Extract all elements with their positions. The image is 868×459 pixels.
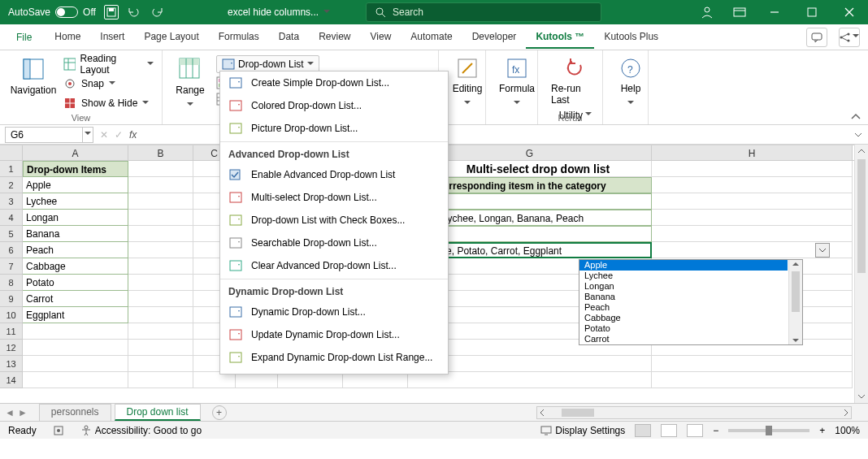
editing-button[interactable]: Editing [447, 54, 488, 113]
tab-kutools-plus[interactable]: Kutools Plus [594, 26, 668, 49]
sheet-tab[interactable]: Drop down list [115, 404, 201, 421]
cell[interactable] [652, 210, 853, 226]
collapse-ribbon-icon[interactable] [850, 113, 861, 121]
dropdown-option[interactable]: Potato [579, 323, 788, 334]
cell[interactable] [128, 323, 193, 340]
row-header[interactable]: 5 [0, 226, 23, 242]
macro-record-icon[interactable] [53, 425, 64, 436]
autosave-toggle[interactable]: AutoSave Off [8, 6, 96, 18]
menu-item[interactable]: Clear Advanced Drop-down List... [220, 254, 448, 277]
row-header[interactable]: 2 [0, 177, 23, 193]
tab-file[interactable]: File [7, 27, 41, 48]
cell[interactable]: Banana [23, 226, 128, 242]
zoom-in-button[interactable]: + [819, 425, 825, 436]
row-header[interactable]: 6 [0, 242, 23, 258]
row-header[interactable]: 8 [0, 275, 23, 291]
zoom-level[interactable]: 100% [835, 425, 860, 436]
zoom-out-button[interactable]: − [713, 425, 718, 436]
tab-page-layout[interactable]: Page Layout [134, 26, 208, 49]
display-settings-button[interactable]: Display Settings [540, 425, 625, 436]
navigation-button[interactable]: Navigation [8, 54, 59, 112]
cell[interactable] [128, 258, 193, 275]
cell[interactable] [278, 372, 343, 388]
dropdown-scrollbar[interactable] [788, 260, 802, 344]
help-button[interactable]: ? Help [611, 54, 650, 113]
cell[interactable] [236, 372, 278, 388]
show-hide-button[interactable]: Show & Hide [63, 94, 154, 112]
snap-button[interactable]: Snap [63, 75, 154, 93]
cell[interactable] [343, 372, 408, 388]
cell[interactable] [128, 210, 193, 226]
tab-data[interactable]: Data [269, 26, 309, 49]
view-normal-button[interactable] [635, 424, 651, 437]
menu-item[interactable]: Expand Dynamic Drop-down List Range... [220, 346, 448, 369]
cell[interactable] [128, 307, 193, 323]
name-box[interactable]: G6 [5, 127, 83, 143]
menu-item[interactable]: Update Dynamic Drop-down List... [220, 323, 448, 346]
enter-formula-icon[interactable]: ✓ [115, 129, 123, 141]
tab-home[interactable]: Home [45, 26, 90, 49]
cell[interactable]: Drop-down Items [23, 161, 128, 177]
sheet-nav-prev-icon[interactable]: ◄ [5, 407, 15, 418]
column-header[interactable]: B [128, 145, 193, 160]
row-header[interactable]: 9 [0, 291, 23, 307]
cell[interactable] [652, 161, 853, 177]
cell[interactable] [652, 177, 853, 193]
cell[interactable] [23, 323, 128, 340]
cell[interactable] [128, 356, 193, 372]
cell[interactable] [128, 161, 193, 177]
cell[interactable] [23, 340, 128, 356]
cell[interactable]: Potato [23, 275, 128, 291]
tab-developer[interactable]: Developer [462, 26, 527, 49]
user-icon[interactable] [691, 0, 723, 24]
tab-kutools-[interactable]: Kutools ™ [526, 26, 594, 49]
dropdown-option[interactable]: Banana [579, 292, 788, 302]
row-header[interactable]: 3 [0, 193, 23, 210]
dropdown-option[interactable]: Longan [579, 281, 788, 292]
menu-item[interactable]: Enable Advanced Drop-down List [220, 163, 448, 186]
cell[interactable] [128, 242, 193, 258]
cell[interactable]: Longan [23, 210, 128, 226]
menu-item[interactable]: Picture Drop-down List... [220, 117, 448, 140]
minimize-button[interactable] [756, 0, 793, 24]
cell[interactable] [652, 193, 853, 210]
row-header[interactable]: 4 [0, 210, 23, 226]
view-page-break-button[interactable] [687, 424, 703, 437]
row-header[interactable]: 1 [0, 161, 23, 177]
share-button[interactable] [839, 28, 860, 47]
dropdown-option[interactable]: Cabbage [579, 313, 788, 323]
maximize-button[interactable] [793, 0, 831, 24]
fx-icon[interactable]: fx [129, 129, 137, 141]
cell[interactable]: Lychee [23, 193, 128, 210]
redo-icon[interactable] [150, 5, 164, 19]
dropdown-option[interactable]: Apple [579, 260, 788, 271]
filename-area[interactable]: excel hide columns... [228, 6, 330, 19]
row-header[interactable]: 12 [0, 340, 23, 356]
search-input[interactable]: Search [366, 2, 601, 22]
cell[interactable] [193, 372, 236, 388]
row-header[interactable]: 11 [0, 323, 23, 340]
cell[interactable]: Carrot [23, 291, 128, 307]
ribbon-display-icon[interactable] [723, 0, 756, 24]
cell[interactable]: Apple [23, 177, 128, 193]
cell[interactable] [652, 356, 853, 372]
cell[interactable]: Peach [23, 242, 128, 258]
cell[interactable]: Cabbage [23, 258, 128, 275]
tab-insert[interactable]: Insert [90, 26, 134, 49]
comments-button[interactable] [806, 28, 827, 47]
tab-review[interactable]: Review [309, 26, 360, 49]
cell-dropdown-button[interactable] [815, 243, 830, 258]
range-button[interactable]: Range [171, 54, 210, 115]
sheet-nav-next-icon[interactable]: ► [18, 407, 28, 418]
view-page-layout-button[interactable] [661, 424, 677, 437]
row-header[interactable]: 13 [0, 356, 23, 372]
reading-layout-button[interactable]: Reading Layout [63, 55, 154, 73]
dropdown-option[interactable]: Lychee [579, 271, 788, 281]
cell[interactable] [652, 372, 853, 388]
cell[interactable]: Eggplant [23, 307, 128, 323]
cell[interactable] [128, 275, 193, 291]
zoom-slider[interactable] [728, 429, 809, 432]
tab-view[interactable]: View [361, 26, 401, 49]
accessibility-status[interactable]: Accessibility: Good to go [80, 425, 202, 436]
tab-formulas[interactable]: Formulas [209, 26, 269, 49]
